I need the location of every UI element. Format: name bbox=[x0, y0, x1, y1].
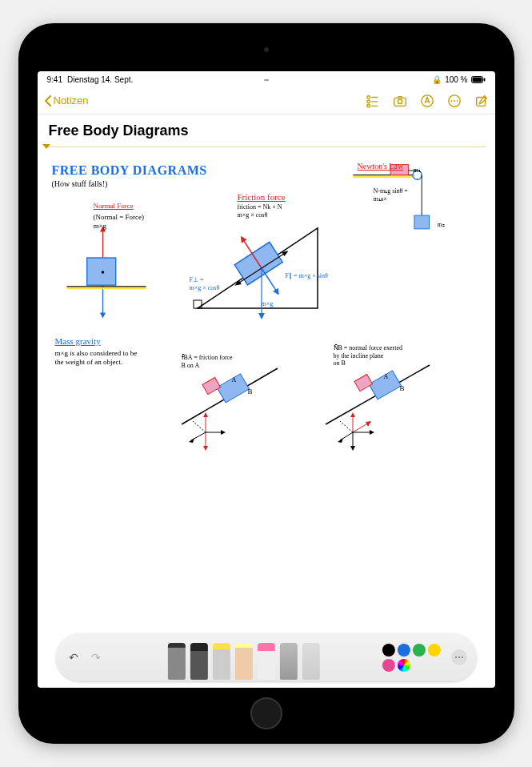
tool-pencil[interactable] bbox=[167, 643, 185, 680]
sketch-subtitle: (How stuff falls!) bbox=[52, 179, 108, 188]
newton-m1: m₁ bbox=[414, 167, 421, 175]
block-b-1: B bbox=[248, 388, 253, 396]
orientation-lock-icon: 🔒 bbox=[432, 75, 442, 84]
svg-marker-48 bbox=[203, 412, 208, 417]
svg-line-69 bbox=[340, 421, 353, 432]
f-par-label: F∥ = m×g × sinθ bbox=[286, 272, 328, 280]
color-blue[interactable] bbox=[398, 644, 410, 657]
color-yellow[interactable] bbox=[428, 644, 441, 657]
drawing-toolbar: ↶ ↷ ⋯ bbox=[55, 633, 476, 681]
svg-rect-46 bbox=[202, 377, 220, 394]
block-a-2: A bbox=[384, 373, 389, 381]
mass-gravity-label: Mass gravity bbox=[55, 336, 101, 347]
friction-eq: friction = Nk × N m×g × cosθ bbox=[238, 203, 282, 219]
svg-point-24 bbox=[101, 271, 104, 274]
battery-percent: 100 % bbox=[445, 75, 467, 84]
newton-eq: N-m₁g sinθ = m₁a× bbox=[374, 187, 408, 203]
compose-icon[interactable] bbox=[474, 94, 489, 108]
friction-label: Friction force bbox=[238, 192, 286, 203]
svg-rect-16 bbox=[476, 97, 485, 106]
svg-line-29 bbox=[262, 268, 278, 292]
newton-label: Newton's Law bbox=[358, 162, 404, 171]
svg-marker-36 bbox=[258, 313, 265, 319]
back-button[interactable]: Notizen bbox=[44, 94, 89, 106]
toolbar-more-button[interactable]: ⋯ bbox=[451, 649, 467, 665]
svg-marker-60 bbox=[350, 412, 355, 417]
normal-force-eq: (Normal = Force) m×g bbox=[94, 213, 145, 231]
svg-marker-28 bbox=[238, 235, 246, 243]
redo-button[interactable]: ↷ bbox=[87, 649, 105, 666]
block-b-2: B bbox=[400, 384, 405, 393]
tool-marker[interactable] bbox=[212, 643, 230, 680]
svg-point-10 bbox=[398, 99, 402, 103]
more-icon[interactable] bbox=[447, 94, 462, 108]
svg-line-55 bbox=[193, 421, 206, 432]
note-title[interactable]: Free Body Diagrams bbox=[38, 114, 495, 144]
tool-lasso[interactable] bbox=[279, 643, 297, 680]
tool-ruler[interactable] bbox=[302, 643, 319, 680]
svg-rect-43 bbox=[414, 215, 429, 229]
battery-icon bbox=[471, 76, 486, 83]
color-green[interactable] bbox=[413, 644, 426, 657]
svg-marker-30 bbox=[273, 288, 282, 297]
svg-marker-20 bbox=[99, 312, 105, 318]
svg-marker-50 bbox=[203, 446, 208, 451]
svg-point-13 bbox=[450, 100, 452, 102]
status-date: Dienstag 14. Sept. bbox=[67, 75, 133, 84]
svg-rect-1 bbox=[472, 77, 482, 82]
back-label: Notizen bbox=[54, 94, 89, 106]
svg-point-14 bbox=[454, 100, 455, 102]
sketch-main-title: FREE BODY DIAGRAMS bbox=[52, 163, 207, 178]
color-picker[interactable] bbox=[398, 659, 410, 672]
svg-point-5 bbox=[366, 100, 370, 103]
tool-colored-pencil[interactable] bbox=[234, 643, 252, 680]
svg-rect-2 bbox=[483, 78, 485, 81]
color-pink[interactable] bbox=[382, 659, 395, 672]
nav-bar: Notizen bbox=[38, 87, 495, 114]
status-time: 9:41 bbox=[47, 75, 62, 84]
tool-row bbox=[110, 633, 377, 681]
block-a-1: A bbox=[232, 376, 237, 384]
svg-point-3 bbox=[366, 95, 370, 98]
drawing-separator bbox=[44, 144, 489, 152]
home-button[interactable] bbox=[250, 697, 282, 729]
diagram-blocks-ab-2 bbox=[318, 352, 462, 464]
front-camera bbox=[264, 47, 269, 52]
svg-line-61 bbox=[353, 423, 369, 432]
svg-point-7 bbox=[366, 104, 370, 107]
ipad-frame: 9:41 Dienstag 14. Sept. ••• 🔒 100 % Noti… bbox=[18, 23, 514, 744]
screen: 9:41 Dienstag 14. Sept. ••• 🔒 100 % Noti… bbox=[38, 71, 495, 688]
svg-marker-64 bbox=[370, 430, 374, 435]
normal-force-label: Normal Force bbox=[94, 202, 134, 211]
f-perp-label: F⊥ = m×g × cosθ bbox=[190, 276, 220, 291]
svg-marker-52 bbox=[221, 430, 226, 435]
diagram-newtons-law bbox=[342, 160, 462, 272]
nb-text: N̄B = normal force exerted by the inclin… bbox=[334, 344, 402, 367]
svg-rect-21 bbox=[86, 258, 115, 285]
color-palette bbox=[382, 644, 446, 672]
mass-gravity-text: m×g is also considered to be the weight … bbox=[55, 349, 143, 367]
checklist-icon[interactable] bbox=[366, 94, 380, 108]
markup-icon[interactable] bbox=[420, 94, 434, 108]
color-black[interactable] bbox=[382, 644, 395, 657]
tool-eraser[interactable] bbox=[257, 643, 274, 680]
drawing-canvas[interactable]: FREE BODY DIAGRAMS (How stuff falls!) No… bbox=[38, 152, 495, 688]
svg-marker-54 bbox=[189, 438, 194, 443]
multitask-dots[interactable]: ••• bbox=[264, 76, 268, 83]
svg-marker-66 bbox=[350, 446, 355, 451]
tool-pen[interactable] bbox=[190, 643, 207, 680]
status-bar: 9:41 Dienstag 14. Sept. ••• 🔒 100 % bbox=[38, 71, 495, 87]
mxg-label: m×g bbox=[262, 300, 274, 308]
undo-button[interactable]: ↶ bbox=[65, 649, 82, 666]
svg-point-15 bbox=[456, 100, 458, 102]
newton-m2: m₂ bbox=[438, 221, 445, 229]
svg-rect-58 bbox=[354, 374, 372, 391]
chevron-left-icon bbox=[44, 95, 52, 106]
fba-text: f̄BA = friction force B on A bbox=[182, 354, 233, 369]
camera-icon[interactable] bbox=[393, 94, 407, 108]
svg-marker-68 bbox=[338, 438, 343, 443]
